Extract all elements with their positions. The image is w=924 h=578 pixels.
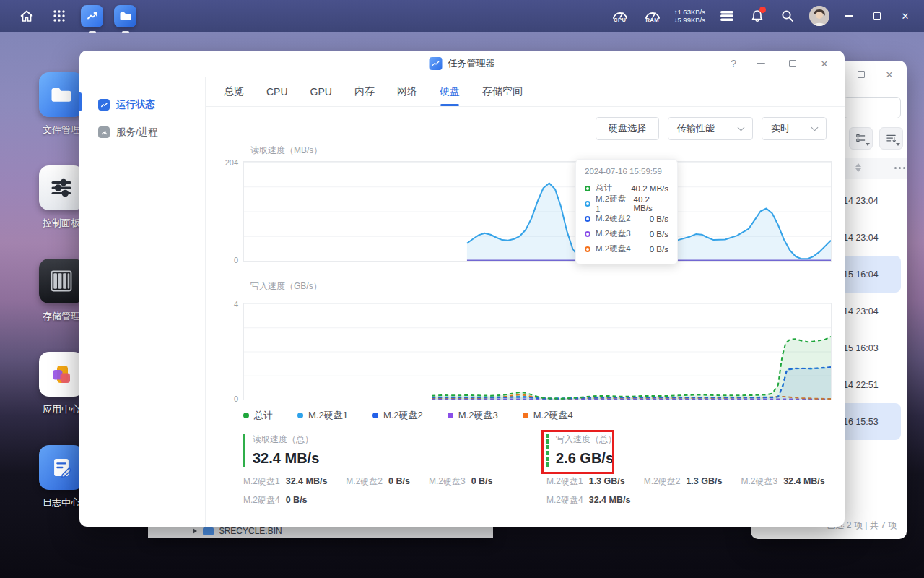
- write-speed-summary: 写入速度（总） 2.6 GB/s: [546, 434, 616, 467]
- active-item-accent: [79, 92, 82, 111]
- chart-legend: 总计 M.2硬盘1 M.2硬盘2 M.2硬盘3 M.2硬盘4: [243, 409, 845, 422]
- disk-select-button[interactable]: 硬盘选择: [596, 117, 659, 140]
- app-center-icon: [39, 352, 84, 397]
- maximize-button[interactable]: [785, 56, 800, 71]
- file-modified-time: 14 23:04: [843, 233, 879, 243]
- sidebar-item-label: 服务/进程: [116, 126, 158, 139]
- desktop-icon-label: 应用中心: [43, 403, 80, 416]
- read-detail-disk2: M.2硬盘20 B/s: [346, 475, 410, 488]
- write-chart-title: 写入速度（GB/s）: [250, 280, 845, 293]
- close-button[interactable]: ✕: [817, 56, 832, 71]
- sidebar-item-label: 运行状态: [116, 98, 155, 111]
- desktop-icon-label: 文件管理: [43, 124, 80, 137]
- search-icon[interactable]: [777, 5, 798, 27]
- taskbar-file-manager-icon[interactable]: [114, 5, 136, 27]
- task-manager-title-bar: 任务管理器 ? ✕: [79, 51, 845, 77]
- file-modified-time: 14 22:51: [843, 380, 879, 390]
- system-maximize-button[interactable]: [868, 7, 886, 25]
- ram-gauge-icon[interactable]: RAM: [642, 9, 663, 23]
- read-detail-disk1: M.2硬盘132.4 MB/s: [243, 475, 327, 488]
- app-grid-icon[interactable]: [48, 5, 70, 27]
- task-list-icon[interactable]: [716, 5, 738, 27]
- window-controls: ? ✕: [731, 51, 832, 77]
- legend-item-disk1[interactable]: M.2硬盘1: [297, 409, 348, 422]
- taskbar-task-manager-icon[interactable]: [81, 5, 103, 27]
- dropdown-value: 实时: [771, 122, 790, 135]
- notification-badge: [759, 7, 766, 13]
- tooltip-row-disk3: M.2硬盘30 B/s: [585, 226, 668, 241]
- tab-gpu[interactable]: GPU: [310, 77, 332, 106]
- sidebar: 运行状态 服务/进程: [79, 77, 206, 527]
- tab-disk[interactable]: 硬盘: [440, 77, 460, 106]
- legend-dot: [243, 413, 249, 418]
- window-title-group: 任务管理器: [430, 57, 495, 70]
- write-summary-value: 2.6 GB/s: [556, 450, 616, 467]
- task-manager-app-icon: [430, 57, 443, 70]
- tooltip-timestamp: 2024-07-16 15:59:59: [585, 167, 668, 176]
- desktop-screen: CPU RAM ↑1.63KB/s ↓5.99KB/s: [0, 0, 924, 578]
- tab-cpu[interactable]: CPU: [266, 77, 288, 106]
- tab-storage-space[interactable]: 存储空间: [482, 77, 523, 106]
- minimize-button[interactable]: [754, 56, 768, 71]
- home-icon[interactable]: [16, 5, 38, 27]
- read-speed-chart[interactable]: 204 0: [243, 161, 832, 262]
- legend-label: 总计: [254, 409, 273, 422]
- legend-item-disk2[interactable]: M.2硬盘2: [372, 409, 423, 422]
- maximize-button[interactable]: [854, 67, 868, 82]
- tooltip-row-disk2: M.2硬盘20 B/s: [585, 211, 668, 226]
- log-center-icon: [39, 445, 84, 490]
- tab-overview[interactable]: 总览: [224, 77, 244, 106]
- tooltip-row-disk1: M.2硬盘140.2 MB/s: [585, 196, 668, 211]
- read-summary-label: 读取速度（总）: [253, 434, 546, 446]
- y-axis-max-label: 204: [225, 158, 238, 167]
- services-icon: [98, 126, 110, 138]
- series-dot: [585, 216, 590, 222]
- system-close-button[interactable]: ✕: [897, 7, 914, 25]
- y-axis-max-label: 4: [234, 300, 238, 309]
- transfer-performance-dropdown[interactable]: 传输性能: [668, 117, 753, 140]
- expand-arrow-icon[interactable]: [193, 528, 197, 534]
- close-button[interactable]: ✕: [882, 67, 897, 82]
- sidebar-item-running-status[interactable]: 运行状态: [79, 91, 205, 118]
- network-speed-indicator[interactable]: ↑1.63KB/s ↓5.99KB/s: [674, 8, 705, 25]
- legend-label: M.2硬盘2: [383, 409, 423, 422]
- write-speed-chart[interactable]: 4 0: [243, 303, 832, 400]
- help-button[interactable]: ?: [731, 58, 736, 69]
- file-modified-time: 14 23:04: [843, 306, 879, 316]
- read-detail-disk4: M.2硬盘40 B/s: [243, 494, 308, 506]
- legend-item-disk4[interactable]: M.2硬盘4: [523, 409, 573, 422]
- legend-item-disk3[interactable]: M.2硬盘3: [448, 409, 498, 422]
- write-detail-disk2: M.2硬盘21.3 GB/s: [644, 475, 723, 488]
- more-options-icon[interactable]: [894, 167, 897, 169]
- file-window-toolbar: [849, 127, 903, 150]
- search-input[interactable]: [843, 97, 901, 118]
- chart-controls: 硬盘选择 传输性能 实时: [206, 117, 827, 140]
- task-manager-content: 总览 CPU GPU 内存 网络 硬盘 存储空间 硬盘选择 传输性能 实时: [206, 77, 845, 527]
- file-modified-time: 14 23:04: [843, 196, 879, 206]
- view-options-button[interactable]: [849, 127, 873, 150]
- task-manager-body: 运行状态 服务/进程 总览 CPU GPU 内存 网络 硬盘 存储空: [79, 77, 845, 527]
- cpu-gauge-icon[interactable]: CPU: [609, 9, 631, 23]
- tab-network[interactable]: 网络: [397, 77, 417, 106]
- y-axis-min-label: 0: [234, 394, 238, 403]
- desktop-icon-label: 日志中心: [43, 496, 80, 509]
- realtime-dropdown[interactable]: 实时: [762, 117, 827, 140]
- file-modified-time: 15 16:04: [843, 269, 879, 280]
- chart-hover-tooltip: 2024-07-16 15:59:59 总计40.2 MB/s M.2硬盘140…: [575, 159, 678, 264]
- notification-bell-icon[interactable]: [749, 7, 766, 25]
- system-minimize-button[interactable]: [840, 7, 858, 25]
- read-detail-disk3: M.2硬盘30 B/s: [429, 475, 493, 488]
- sidebar-item-services-processes[interactable]: 服务/进程: [79, 118, 205, 146]
- speed-summary: 读取速度（总） 32.4 MB/s 写入速度（总） 2.6 GB/s: [243, 434, 845, 467]
- user-avatar[interactable]: [809, 6, 829, 26]
- sort-arrows-icon[interactable]: [855, 163, 861, 172]
- read-chart-title: 读取速度（MB/s）: [250, 144, 845, 157]
- legend-dot: [297, 413, 303, 418]
- sort-button[interactable]: [879, 127, 903, 150]
- legend-label: M.2硬盘3: [458, 409, 498, 422]
- tab-memory[interactable]: 内存: [354, 77, 375, 106]
- ram-gauge-label: RAM: [645, 17, 659, 23]
- system-top-bar: CPU RAM ↑1.63KB/s ↓5.99KB/s: [0, 0, 924, 32]
- legend-item-total[interactable]: 总计: [243, 409, 273, 422]
- upload-speed: ↑1.63KB/s: [674, 8, 705, 17]
